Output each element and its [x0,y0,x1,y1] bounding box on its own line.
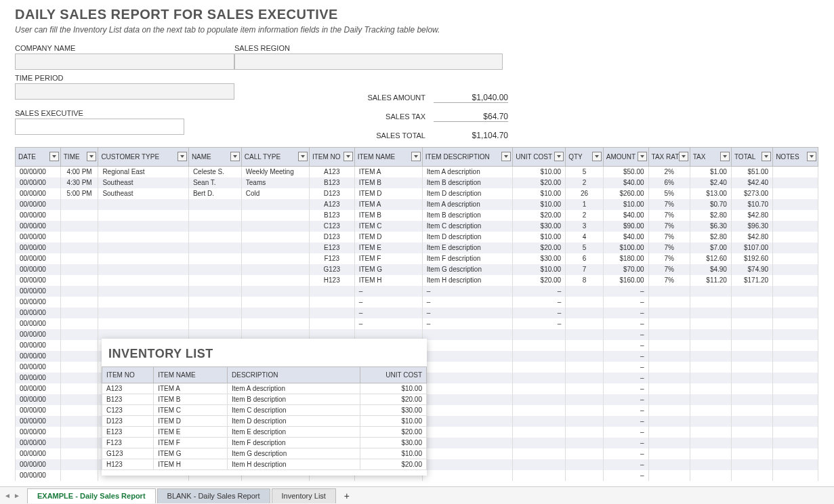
cell-tax[interactable] [690,427,731,438]
cell-tax[interactable] [690,329,731,340]
cell-idesc[interactable]: Item G description [422,264,513,275]
cell-amt[interactable]: – [603,362,648,373]
cell-tot[interactable] [731,286,772,297]
cell-iname[interactable]: – [354,308,422,318]
cell-notes[interactable] [773,177,818,188]
cell-tot[interactable] [731,308,772,318]
cell-time[interactable] [60,286,98,297]
cell-qty[interactable] [566,448,604,459]
filter-dropdown-icon[interactable] [343,152,353,161]
cell-tax[interactable] [690,373,731,383]
cell-date[interactable]: 00/00/00 [16,308,61,318]
cell-notes[interactable] [773,470,818,481]
cell-ucost[interactable]: $10.00 [513,188,566,199]
cell-time[interactable] [60,416,98,427]
cell-idesc[interactable] [422,329,513,340]
cell-ctype[interactable] [98,199,189,210]
cell-notes[interactable] [773,427,818,438]
cell-date[interactable]: 00/00/00 [16,394,61,405]
cell-date[interactable]: 00/00/00 [16,253,61,264]
cell-idesc[interactable] [422,438,513,448]
cell-tot[interactable]: $107.00 [731,243,772,253]
cell-time[interactable] [60,448,98,459]
cell-ucost[interactable]: – [513,308,566,318]
cell-tot[interactable] [731,297,772,308]
cell-ino[interactable] [309,308,354,318]
col-total[interactable]: TOTAL [731,148,772,167]
cell-amt[interactable]: $90.00 [603,221,648,232]
cell-trate[interactable] [648,286,690,297]
cell-notes[interactable] [773,351,818,362]
cell-tax[interactable] [690,394,731,405]
cell-tot[interactable] [731,448,772,459]
next-sheet-icon[interactable]: ► [12,491,22,501]
cell-name[interactable] [188,297,241,308]
cell-date[interactable]: 00/00/00 [16,340,61,351]
cell-trate[interactable]: 7% [648,253,690,264]
cell-amt[interactable]: – [603,470,648,481]
cell-ctype[interactable] [98,275,189,286]
col-item-name[interactable]: ITEM NAME [354,148,422,167]
cell-amt[interactable]: $50.00 [603,167,648,177]
cell-amt[interactable]: $100.00 [603,243,648,253]
cell-trate[interactable] [648,383,690,394]
cell-trate[interactable]: 7% [648,221,690,232]
cell-date[interactable]: 00/00/00 [16,383,61,394]
table-row[interactable]: 00/00/00–––– [16,286,818,297]
cell-date[interactable]: 00/00/00 [16,177,61,188]
cell-qty[interactable] [566,394,604,405]
cell-amt[interactable]: – [603,416,648,427]
cell-ucost[interactable]: $20.00 [513,275,566,286]
cell-qty[interactable] [566,351,604,362]
cell-idesc[interactable] [422,351,513,362]
filter-dropdown-icon[interactable] [230,152,240,161]
cell-amt[interactable]: – [603,329,648,340]
cell-notes[interactable] [773,199,818,210]
cell-tax[interactable]: $2.40 [690,177,731,188]
cell-time[interactable] [60,340,98,351]
cell-tot[interactable] [731,394,772,405]
cell-time[interactable]: 5:00 PM [60,188,98,199]
cell-date[interactable]: 00/00/00 [16,232,61,243]
cell-qty[interactable]: 5 [566,167,604,177]
cell-iname[interactable]: ITEM G [354,264,422,275]
cell-tot[interactable] [731,340,772,351]
cell-trate[interactable]: 2% [648,167,690,177]
cell-ctype[interactable] [98,297,189,308]
region-input[interactable] [234,54,503,70]
cell-name[interactable] [188,199,241,210]
cell-trate[interactable] [648,470,690,481]
table-row[interactable]: 00/00/00A123ITEM AItem A description$10.… [16,199,818,210]
cell-notes[interactable] [773,459,818,470]
cell-call[interactable] [241,308,309,318]
cell-trate[interactable] [648,362,690,373]
cell-amt[interactable]: $10.00 [603,199,648,210]
cell-tax[interactable] [690,308,731,318]
cell-notes[interactable] [773,243,818,253]
cell-qty[interactable] [566,318,604,329]
cell-ino[interactable] [309,297,354,308]
cell-tax[interactable]: $7.00 [690,243,731,253]
add-sheet-button[interactable]: + [337,488,356,503]
cell-trate[interactable] [648,394,690,405]
filter-dropdown-icon[interactable] [178,152,187,161]
table-row[interactable]: 00/00/00F123ITEM FItem F description$30.… [16,253,818,264]
col-notes[interactable]: NOTES [773,148,818,167]
cell-qty[interactable] [566,286,604,297]
cell-idesc[interactable] [422,394,513,405]
cell-amt[interactable]: $40.00 [603,210,648,221]
cell-ino[interactable] [309,286,354,297]
cell-amt[interactable]: – [603,394,648,405]
cell-name[interactable] [188,308,241,318]
cell-ctype[interactable] [98,264,189,275]
cell-name[interactable]: Bert D. [188,188,241,199]
cell-notes[interactable] [773,210,818,221]
col-amount[interactable]: AMOUNT [603,148,648,167]
cell-tot[interactable]: $192.60 [731,253,772,264]
cell-tot[interactable] [731,438,772,448]
filter-dropdown-icon[interactable] [298,152,308,161]
cell-time[interactable] [60,221,98,232]
cell-notes[interactable] [773,232,818,243]
cell-tot[interactable] [731,427,772,438]
cell-ino[interactable]: D123 [309,232,354,243]
